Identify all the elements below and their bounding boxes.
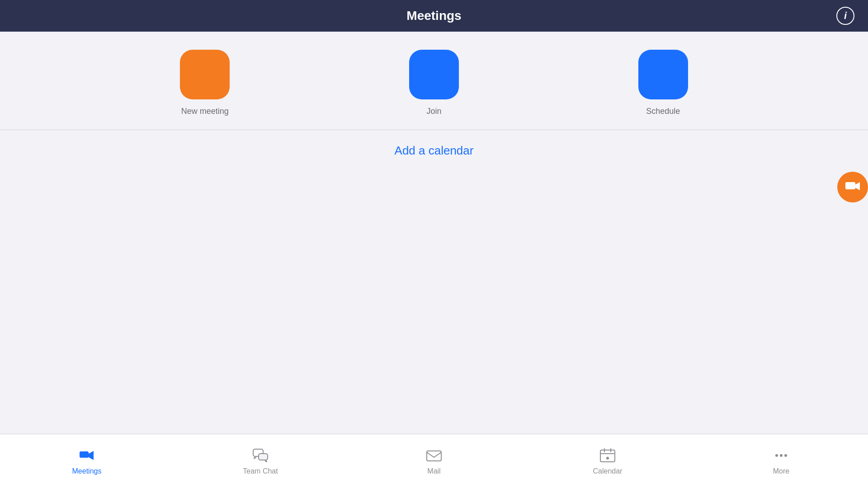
nav-item-more[interactable]: More [694,443,868,480]
svg-point-21 [775,454,778,457]
svg-point-20 [606,457,609,460]
new-meeting-label: New meeting [181,107,229,116]
nav-item-team-chat[interactable]: Team Chat [174,443,347,480]
more-icon [773,447,789,464]
main-content: New meeting Join [0,32,868,434]
header: Meetings i [0,0,868,32]
nav-label-mail: Mail [427,467,440,475]
svg-point-22 [780,454,783,457]
schedule-button[interactable]: 19 [638,50,688,99]
svg-rect-16 [600,450,615,462]
nav-item-mail[interactable]: Mail [347,443,521,480]
section-divider [0,130,868,130]
nav-label-calendar: Calendar [593,467,623,475]
nav-item-meetings[interactable]: Meetings [0,443,174,480]
join-action[interactable]: Join [320,50,549,116]
schedule-action[interactable]: 19 Schedule [548,50,778,116]
info-icon: i [844,10,847,22]
page-title: Meetings [406,9,461,23]
nav-label-more: More [773,467,789,475]
schedule-label: Schedule [646,107,680,116]
svg-rect-12 [80,451,89,458]
floating-action-button[interactable] [837,172,868,202]
add-calendar-link[interactable]: Add a calendar [0,144,868,158]
nav-item-calendar[interactable]: Calendar [521,443,694,480]
nav-label-meetings: Meetings [72,467,102,475]
svg-rect-14 [259,454,268,460]
floating-camera-icon [844,178,861,196]
calendar-nav-icon [599,447,616,464]
new-meeting-button[interactable] [180,50,230,99]
svg-rect-11 [845,182,855,189]
join-label: Join [426,107,441,116]
action-row: New meeting Join [0,50,868,116]
meetings-icon [79,447,95,464]
mail-icon [426,447,442,464]
svg-point-23 [784,454,787,457]
info-button[interactable]: i [836,7,854,25]
svg-rect-15 [427,451,441,461]
team-chat-icon [252,447,269,464]
new-meeting-action[interactable]: New meeting [90,50,320,116]
nav-label-team-chat: Team Chat [243,467,278,475]
join-button[interactable] [409,50,459,99]
bottom-nav: Meetings Team Chat Mail [0,434,868,488]
